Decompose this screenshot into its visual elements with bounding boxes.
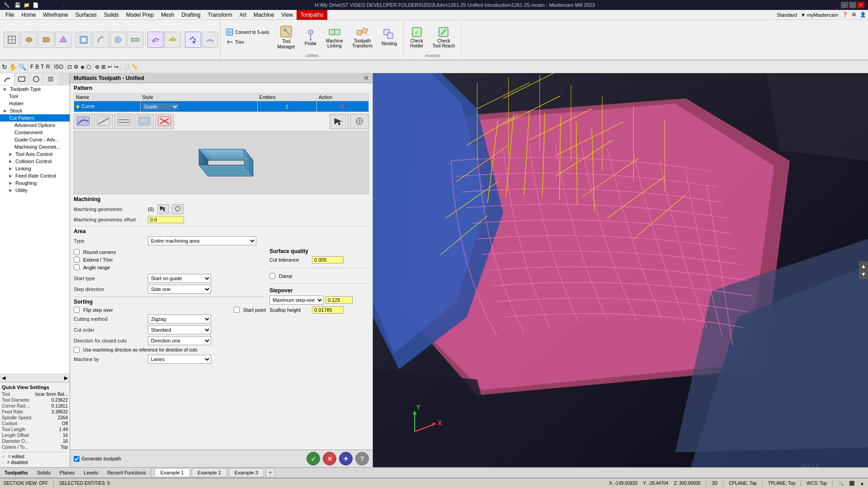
cancel-button[interactable]: ✕ xyxy=(323,452,336,465)
scallop-height-input[interactable] xyxy=(312,306,344,314)
tree-roughing[interactable]: ▶Roughing xyxy=(0,179,70,187)
zoom-btn[interactable]: 🔍 xyxy=(838,481,844,486)
vp-grid-icon[interactable]: ⊞ xyxy=(101,64,106,70)
status-settings-btn[interactable]: ▲ xyxy=(860,481,864,486)
start-point-cb[interactable] xyxy=(234,307,240,313)
toolpath-transform-btn[interactable]: ToolpathTransform xyxy=(349,25,375,49)
vp-back-icon[interactable]: B xyxy=(35,64,39,70)
ok-button[interactable]: ✓ xyxy=(307,452,320,465)
machine-linking-btn[interactable]: MachineLinking xyxy=(323,25,346,49)
check-tool-reach-btn[interactable]: CheckTool Reach xyxy=(429,25,458,49)
scroll-right-arrow[interactable]: ▶ xyxy=(64,375,68,381)
tb-wireframe-btn[interactable] xyxy=(4,32,20,48)
pattern-btn-delete[interactable] xyxy=(155,114,174,129)
start-type-select[interactable]: Start on guide xyxy=(148,274,211,283)
qat-save[interactable]: 💾 xyxy=(14,1,22,9)
menu-machine[interactable]: Machine xyxy=(250,10,278,20)
tab-levels[interactable]: Levels xyxy=(79,467,103,478)
qat-undo[interactable]: ↩ xyxy=(41,1,49,9)
vp-undo-icon[interactable]: ↩ xyxy=(108,64,112,70)
tb-multiaxis2-btn[interactable] xyxy=(165,32,181,48)
vp-snap-icon[interactable]: ⊕ xyxy=(95,64,99,70)
menu-mesh[interactable]: Mesh xyxy=(157,10,178,20)
vp-wireframe-icon[interactable]: ⬡ xyxy=(86,64,91,70)
settings-icon[interactable]: ⚙ xyxy=(852,12,856,18)
area-type-select[interactable]: Entire machining area xyxy=(148,236,256,245)
check-holder-btn[interactable]: ✓ CheckHolder xyxy=(407,25,426,49)
tab-solids[interactable]: Solids xyxy=(33,467,55,478)
vp-fit-icon[interactable]: ⊡ xyxy=(67,64,72,70)
menu-drafting[interactable]: Drafting xyxy=(178,10,204,20)
machining-geom-select-btn[interactable] xyxy=(157,204,169,214)
pattern-btn-parallel[interactable] xyxy=(114,114,133,129)
tree-stock[interactable]: ▶Stock xyxy=(0,107,70,114)
trim-btn[interactable]: Trim xyxy=(224,38,271,47)
vp-iso-icon[interactable]: ISO xyxy=(54,64,63,70)
menu-file[interactable]: File xyxy=(2,10,18,20)
extend-trim-cb[interactable] xyxy=(74,257,80,263)
use-machining-dir-cb[interactable] xyxy=(74,347,80,353)
add-button[interactable]: + xyxy=(339,452,353,465)
tb-tool1-btn[interactable] xyxy=(21,32,37,48)
tab-recent-functions[interactable]: Recent Functions xyxy=(103,467,151,478)
tab-planes[interactable]: Planes xyxy=(55,467,80,478)
tab-toolpaths[interactable]: Toolpaths xyxy=(0,467,33,478)
menu-wireframe[interactable]: Wireframe xyxy=(39,10,71,20)
pattern-select-btn[interactable] xyxy=(330,114,349,129)
machining-geom-offset-input[interactable] xyxy=(148,216,184,223)
minimize-button[interactable]: ─ xyxy=(841,2,848,8)
layers-btn[interactable]: ⬛ xyxy=(849,481,854,486)
help-icon[interactable]: ❓ xyxy=(842,12,848,18)
tab-icon4[interactable] xyxy=(43,73,58,85)
tb-contour-btn[interactable] xyxy=(93,32,109,48)
delete-pattern-btn[interactable]: ✕ xyxy=(340,103,345,110)
vp-settings-icon[interactable]: ⚙ xyxy=(74,64,79,70)
page-tab-2[interactable]: Example 2 xyxy=(192,468,227,477)
close-button[interactable]: ✕ xyxy=(857,2,864,8)
tree-tool-axis-control[interactable]: ▶Tool Axis Control xyxy=(0,150,70,158)
tree-holder[interactable]: Holder xyxy=(0,100,70,107)
page-tab-3[interactable]: Example 3 xyxy=(229,468,264,477)
vp-nav-up[interactable]: ▲ xyxy=(861,263,866,269)
vp-measure-icon[interactable]: 📏 xyxy=(131,64,138,70)
tb-drill-btn[interactable] xyxy=(110,32,126,48)
machine-by-select[interactable]: Lanes xyxy=(148,355,211,364)
scroll-left-arrow[interactable]: ◀ xyxy=(2,375,5,381)
round-corners-cb[interactable] xyxy=(74,249,80,255)
pattern-btn-line[interactable] xyxy=(94,114,113,129)
machining-geom-settings-btn[interactable] xyxy=(172,204,184,214)
menu-surfaces[interactable]: Surfaces xyxy=(72,10,100,20)
flip-step-over-cb[interactable] xyxy=(74,307,80,313)
step-direction-select[interactable]: Side one xyxy=(148,285,211,294)
tree-tool[interactable]: Tool xyxy=(0,93,70,100)
menu-toolpaths[interactable]: Toolpaths xyxy=(297,10,327,20)
qat-print[interactable]: 🖨 xyxy=(59,1,67,9)
vp-top-icon[interactable]: T xyxy=(41,64,44,70)
vp-layers-icon[interactable]: ⬜ xyxy=(123,64,129,70)
tree-advanced-options[interactable]: Advanced Options xyxy=(0,122,70,129)
tree-linking[interactable]: ▶Linking xyxy=(0,165,70,172)
tree-guide-curve[interactable]: Guide Curve - Adv... xyxy=(0,136,70,143)
vp-redo-icon[interactable]: ↪ xyxy=(114,64,118,70)
menu-transform[interactable]: Transform xyxy=(204,10,236,20)
tree-utility[interactable]: ▶Utility xyxy=(0,187,70,194)
tree-containment[interactable]: Containment xyxy=(0,129,70,136)
probe-btn[interactable]: Probe xyxy=(302,28,320,47)
cut-order-select[interactable]: Standard xyxy=(148,325,211,334)
vp-rotate-icon[interactable]: ↻ xyxy=(2,63,7,70)
vp-shading-icon[interactable]: ◈ xyxy=(80,64,85,70)
pattern-row-0[interactable]: ◆Curve Guide 1 ✕ xyxy=(74,101,369,112)
tb-multiaxis-btn[interactable] xyxy=(147,32,164,48)
tb-toolpaths-btn[interactable] xyxy=(185,32,201,48)
qat-open[interactable]: 📁 xyxy=(23,1,31,9)
tb-tool3-btn[interactable] xyxy=(55,32,71,48)
direction-closed-select[interactable]: Direction one xyxy=(148,336,211,345)
tree-machining-geom[interactable]: Machining Geomet... xyxy=(0,143,70,150)
menu-model-prep[interactable]: Model Prep xyxy=(123,10,157,20)
menu-art[interactable]: Art xyxy=(236,10,250,20)
vp-pan-icon[interactable]: ✋ xyxy=(9,63,17,70)
pattern-star-btn[interactable] xyxy=(350,114,369,129)
generate-toolpath-cb[interactable] xyxy=(74,456,80,462)
vp-right-icon[interactable]: R xyxy=(46,64,50,70)
cut-tolerance-input[interactable] xyxy=(312,256,344,263)
